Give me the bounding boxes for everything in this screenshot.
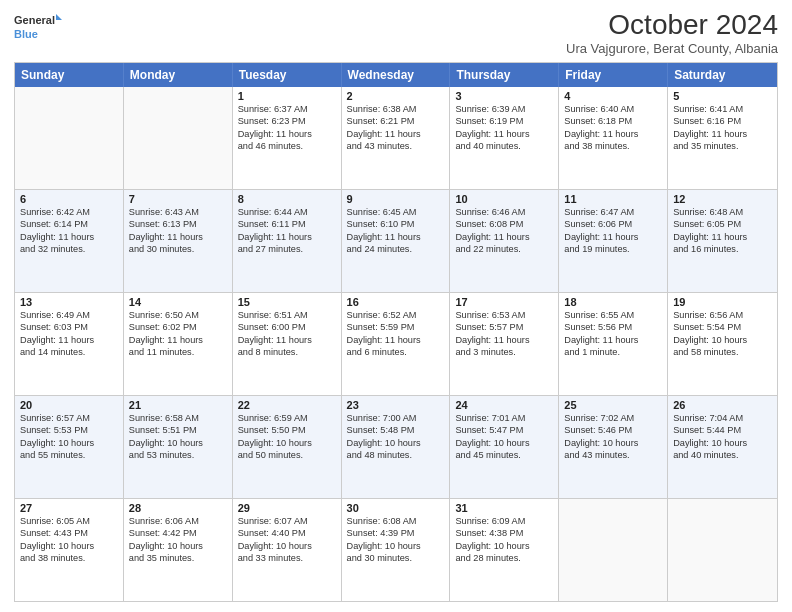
cell-line4: and 28 minutes. [455, 552, 553, 564]
calendar-cell-0-1 [124, 87, 233, 189]
cell-line4: and 43 minutes. [347, 140, 445, 152]
cell-line1: Sunrise: 6:58 AM [129, 412, 227, 424]
day-number: 14 [129, 296, 227, 308]
cell-line1: Sunrise: 6:06 AM [129, 515, 227, 527]
cell-line2: Sunset: 6:16 PM [673, 115, 772, 127]
cell-line2: Sunset: 4:38 PM [455, 527, 553, 539]
cell-line3: Daylight: 11 hours [20, 334, 118, 346]
cell-line2: Sunset: 5:57 PM [455, 321, 553, 333]
cell-line1: Sunrise: 6:48 AM [673, 206, 772, 218]
main-title: October 2024 [566, 10, 778, 41]
cell-line4: and 35 minutes. [129, 552, 227, 564]
calendar-cell-0-5: 4Sunrise: 6:40 AMSunset: 6:18 PMDaylight… [559, 87, 668, 189]
col-sunday: Sunday [15, 63, 124, 87]
cell-line1: Sunrise: 6:52 AM [347, 309, 445, 321]
col-monday: Monday [124, 63, 233, 87]
col-friday: Friday [559, 63, 668, 87]
calendar-cell-2-5: 18Sunrise: 6:55 AMSunset: 5:56 PMDayligh… [559, 293, 668, 395]
cell-line3: Daylight: 11 hours [238, 334, 336, 346]
cell-line2: Sunset: 6:21 PM [347, 115, 445, 127]
cell-line4: and 30 minutes. [129, 243, 227, 255]
day-number: 18 [564, 296, 662, 308]
cell-line3: Daylight: 11 hours [20, 231, 118, 243]
cell-line2: Sunset: 5:54 PM [673, 321, 772, 333]
cell-line2: Sunset: 4:43 PM [20, 527, 118, 539]
cell-line4: and 55 minutes. [20, 449, 118, 461]
cell-line1: Sunrise: 6:45 AM [347, 206, 445, 218]
cell-line2: Sunset: 6:08 PM [455, 218, 553, 230]
cell-line2: Sunset: 6:13 PM [129, 218, 227, 230]
cell-line1: Sunrise: 6:43 AM [129, 206, 227, 218]
calendar-cell-3-1: 21Sunrise: 6:58 AMSunset: 5:51 PMDayligh… [124, 396, 233, 498]
cell-line4: and 30 minutes. [347, 552, 445, 564]
cell-line1: Sunrise: 6:57 AM [20, 412, 118, 424]
cell-line2: Sunset: 6:19 PM [455, 115, 553, 127]
title-block: October 2024 Ura Vajgurore, Berat County… [566, 10, 778, 56]
cell-line4: and 40 minutes. [673, 449, 772, 461]
cell-line4: and 45 minutes. [455, 449, 553, 461]
cell-line4: and 3 minutes. [455, 346, 553, 358]
cell-line1: Sunrise: 7:02 AM [564, 412, 662, 424]
svg-text:General: General [14, 14, 55, 26]
cell-line4: and 32 minutes. [20, 243, 118, 255]
day-number: 8 [238, 193, 336, 205]
cell-line4: and 16 minutes. [673, 243, 772, 255]
calendar-cell-1-5: 11Sunrise: 6:47 AMSunset: 6:06 PMDayligh… [559, 190, 668, 292]
calendar-cell-4-2: 29Sunrise: 6:07 AMSunset: 4:40 PMDayligh… [233, 499, 342, 601]
calendar-cell-2-1: 14Sunrise: 6:50 AMSunset: 6:02 PMDayligh… [124, 293, 233, 395]
cell-line3: Daylight: 10 hours [455, 540, 553, 552]
day-number: 9 [347, 193, 445, 205]
cell-line4: and 38 minutes. [564, 140, 662, 152]
cell-line1: Sunrise: 6:07 AM [238, 515, 336, 527]
cell-line3: Daylight: 11 hours [347, 231, 445, 243]
cell-line3: Daylight: 11 hours [455, 334, 553, 346]
cell-line3: Daylight: 10 hours [129, 540, 227, 552]
calendar-cell-4-0: 27Sunrise: 6:05 AMSunset: 4:43 PMDayligh… [15, 499, 124, 601]
calendar-cell-0-3: 2Sunrise: 6:38 AMSunset: 6:21 PMDaylight… [342, 87, 451, 189]
calendar-cell-0-4: 3Sunrise: 6:39 AMSunset: 6:19 PMDaylight… [450, 87, 559, 189]
cell-line2: Sunset: 5:46 PM [564, 424, 662, 436]
cell-line1: Sunrise: 6:37 AM [238, 103, 336, 115]
calendar-cell-4-5 [559, 499, 668, 601]
day-number: 31 [455, 502, 553, 514]
cell-line1: Sunrise: 6:50 AM [129, 309, 227, 321]
day-number: 26 [673, 399, 772, 411]
cell-line2: Sunset: 4:42 PM [129, 527, 227, 539]
calendar-cell-3-2: 22Sunrise: 6:59 AMSunset: 5:50 PMDayligh… [233, 396, 342, 498]
cell-line3: Daylight: 11 hours [347, 128, 445, 140]
cell-line3: Daylight: 10 hours [673, 334, 772, 346]
cell-line1: Sunrise: 7:00 AM [347, 412, 445, 424]
cell-line2: Sunset: 6:11 PM [238, 218, 336, 230]
cell-line2: Sunset: 5:47 PM [455, 424, 553, 436]
page: General Blue October 2024 Ura Vajgurore,… [0, 0, 792, 612]
calendar-cell-2-6: 19Sunrise: 6:56 AMSunset: 5:54 PMDayligh… [668, 293, 777, 395]
cell-line3: Daylight: 11 hours [564, 128, 662, 140]
day-number: 4 [564, 90, 662, 102]
calendar-cell-1-6: 12Sunrise: 6:48 AMSunset: 6:05 PMDayligh… [668, 190, 777, 292]
subtitle: Ura Vajgurore, Berat County, Albania [566, 41, 778, 56]
calendar-cell-4-4: 31Sunrise: 6:09 AMSunset: 4:38 PMDayligh… [450, 499, 559, 601]
cell-line1: Sunrise: 6:47 AM [564, 206, 662, 218]
calendar-cell-2-3: 16Sunrise: 6:52 AMSunset: 5:59 PMDayligh… [342, 293, 451, 395]
cell-line4: and 46 minutes. [238, 140, 336, 152]
cell-line1: Sunrise: 6:46 AM [455, 206, 553, 218]
calendar: Sunday Monday Tuesday Wednesday Thursday… [14, 62, 778, 602]
cell-line4: and 19 minutes. [564, 243, 662, 255]
cell-line4: and 48 minutes. [347, 449, 445, 461]
cell-line4: and 35 minutes. [673, 140, 772, 152]
cell-line2: Sunset: 5:48 PM [347, 424, 445, 436]
cell-line4: and 14 minutes. [20, 346, 118, 358]
calendar-cell-1-1: 7Sunrise: 6:43 AMSunset: 6:13 PMDaylight… [124, 190, 233, 292]
day-number: 11 [564, 193, 662, 205]
calendar-cell-3-5: 25Sunrise: 7:02 AMSunset: 5:46 PMDayligh… [559, 396, 668, 498]
calendar-cell-2-0: 13Sunrise: 6:49 AMSunset: 6:03 PMDayligh… [15, 293, 124, 395]
cell-line1: Sunrise: 6:55 AM [564, 309, 662, 321]
cell-line3: Daylight: 10 hours [20, 540, 118, 552]
calendar-row-1: 6Sunrise: 6:42 AMSunset: 6:14 PMDaylight… [15, 189, 777, 292]
cell-line2: Sunset: 6:03 PM [20, 321, 118, 333]
calendar-cell-1-3: 9Sunrise: 6:45 AMSunset: 6:10 PMDaylight… [342, 190, 451, 292]
calendar-body: 1Sunrise: 6:37 AMSunset: 6:23 PMDaylight… [15, 87, 777, 601]
day-number: 16 [347, 296, 445, 308]
cell-line2: Sunset: 5:44 PM [673, 424, 772, 436]
calendar-row-2: 13Sunrise: 6:49 AMSunset: 6:03 PMDayligh… [15, 292, 777, 395]
